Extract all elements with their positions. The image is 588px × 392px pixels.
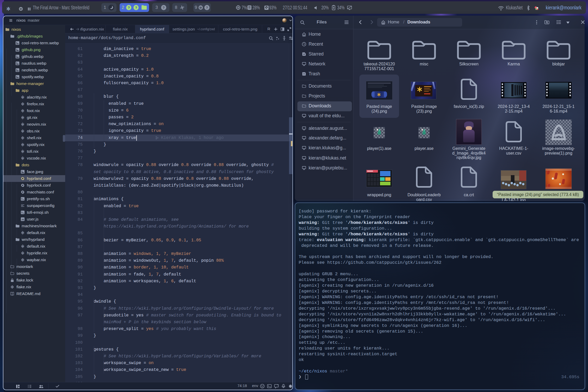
svg-text:JS: JS	[21, 218, 24, 221]
